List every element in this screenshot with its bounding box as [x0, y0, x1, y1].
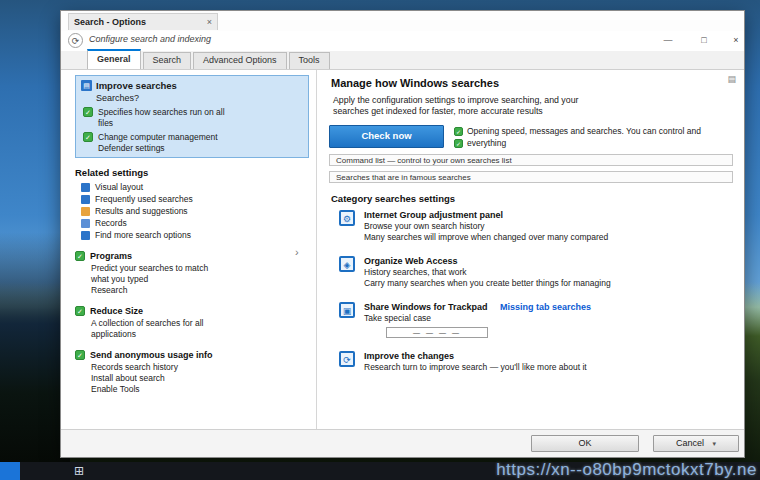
group-title: Reduce Size — [90, 306, 143, 316]
intro-line: searches get indexed for faster, more ac… — [333, 106, 736, 117]
option-line: Specifies how searches run on all — [98, 107, 225, 118]
window-tab[interactable]: Search - Options × — [68, 13, 218, 30]
group-line: Predict your searches to match — [91, 263, 310, 274]
group-line: applications — [91, 329, 310, 340]
cancel-button[interactable]: Cancel ▾ — [653, 435, 739, 452]
tab-bar: General Search Advanced Options Tools — [61, 51, 744, 70]
checkbox-icon[interactable]: ✓ — [83, 107, 93, 117]
cancel-label: Cancel — [676, 438, 704, 448]
tab-general[interactable]: General — [87, 49, 141, 69]
group-bar-famous-searches: Searches that are in famous searches — [329, 171, 733, 183]
history-icon — [81, 195, 90, 204]
group-title: Programs — [90, 251, 132, 261]
sidebar-item-label: Results and suggestions — [95, 206, 188, 216]
check-now-button[interactable]: Check now — [329, 125, 444, 148]
list-item-internet-group[interactable]: ⚙ Internet Group adjustment panel Browse… — [339, 210, 736, 243]
item-title: Internet Group adjustment panel — [364, 210, 608, 221]
item-line: Many searches will improve when changed … — [364, 232, 608, 243]
option-line: Change computer management — [98, 132, 218, 143]
option-line: Defender settings — [98, 143, 218, 154]
checkbox-icon[interactable]: ✓ — [75, 306, 85, 316]
window-tab-title: Search - Options — [74, 17, 203, 27]
sidebar-item-frequent-searches[interactable]: Frequently used searches — [81, 193, 310, 205]
group-line: Enable Tools — [91, 384, 310, 395]
section-heading: Category searches settings — [331, 193, 736, 204]
suggestions-icon — [81, 207, 90, 216]
check-icon: ✓ — [454, 127, 463, 136]
back-icon[interactable]: ⟳ — [68, 33, 83, 48]
tab-tools[interactable]: Tools — [289, 52, 330, 69]
maximize-button[interactable]: □ — [693, 33, 715, 48]
search-icon: ◈ — [339, 256, 355, 272]
group-bar-command-list: Command list — control to your own searc… — [329, 154, 733, 166]
panel-options-icon[interactable]: ▤ — [727, 74, 736, 84]
checkbox-icon[interactable]: ✓ — [75, 350, 85, 360]
list-item-trackpad[interactable]: ▣ Share Windows for Trackpad Missing tab… — [339, 302, 736, 338]
records-icon — [81, 219, 90, 228]
sidebar-item-label: Records — [95, 218, 127, 228]
item-line: Carry many searches when you create bett… — [364, 278, 611, 289]
related-settings-heading: Related settings — [75, 167, 310, 178]
content-panel: ▤ Manage how Windows searches Apply the … — [316, 70, 744, 430]
sidebar-item-more-options[interactable]: Find more search options — [81, 229, 310, 241]
group-title: Send anonymous usage info — [90, 350, 213, 360]
gear-icon: ⚙ — [339, 210, 355, 226]
item-line: History searches, that work — [364, 267, 611, 278]
address-text: Configure search and indexing — [89, 34, 211, 44]
layout-icon — [81, 183, 90, 192]
sidebar-item-label: Frequently used searches — [95, 194, 193, 204]
title-bar: Search - Options × — [61, 11, 744, 32]
group-usage-info: ✓ Send anonymous usage info Records sear… — [75, 350, 310, 395]
tab-search[interactable]: Search — [143, 52, 192, 69]
beside-line: everything — [467, 137, 506, 149]
group-line: A collection of searches for all — [91, 318, 310, 329]
sidebar-item-label: Visual layout — [95, 182, 143, 192]
group-line: Records search history — [91, 362, 310, 373]
dashes-dropdown[interactable]: — — — — — [386, 327, 488, 338]
selection-option-2[interactable]: ✓ Change computer management Defender se… — [83, 132, 303, 153]
minimize-button[interactable]: — — [657, 33, 679, 48]
start-button[interactable]: ⊞ — [74, 463, 84, 480]
item-line: Take special case — [364, 313, 591, 324]
item-title: Improve the changes — [364, 351, 587, 362]
sidebar-item-results-suggestions[interactable]: Results and suggestions — [81, 205, 310, 217]
selection-option-1[interactable]: ✓ Specifies how searches run on all file… — [83, 107, 303, 128]
item-line: Research turn to improve search — you'll… — [364, 362, 587, 373]
dialog-footer: OK Cancel ▾ — [61, 429, 744, 457]
tab-close-icon[interactable]: × — [207, 17, 212, 27]
more-options-icon — [81, 231, 90, 240]
group-line: Research — [91, 285, 310, 296]
ok-button[interactable]: OK — [531, 435, 639, 452]
window-content: ▤ Improve searches Searches? ✓ Specifies… — [61, 70, 744, 430]
list-item-improve-changes[interactable]: ⟳ Improve the changes Research turn to i… — [339, 351, 736, 373]
check-icon: ✓ — [454, 139, 463, 148]
item-title: Share Windows for Trackpad Missing tab s… — [364, 302, 591, 313]
checkbox-icon[interactable]: ✓ — [75, 251, 85, 261]
group-reduce-size: ✓ Reduce Size A collection of searches f… — [75, 306, 310, 340]
taskbar-app-tile[interactable] — [0, 462, 20, 480]
sidebar-item-visual-layout[interactable]: Visual layout — [81, 181, 310, 193]
chevron-right-icon[interactable]: › — [295, 246, 299, 258]
group-programs: ✓ Programs Predict your searches to matc… — [75, 251, 310, 296]
folder-icon: ▣ — [339, 302, 355, 318]
option-line: files — [98, 118, 225, 129]
missing-tab-link[interactable]: Missing tab searches — [500, 302, 591, 312]
address-toolbar: ⟳ Configure search and indexing — □ × — [61, 31, 744, 52]
intro-line: Apply the configuration settings to impr… — [333, 95, 736, 106]
checkbox-icon[interactable]: ✓ — [83, 132, 93, 142]
selection-subtitle: Searches? — [96, 93, 303, 103]
selection-title: Improve searches — [96, 80, 177, 91]
list-item-web-access[interactable]: ◈ Organize Web Access History searches, … — [339, 256, 736, 289]
group-line: what you typed — [91, 274, 310, 285]
tree-selection[interactable]: ▤ Improve searches Searches? ✓ Specifies… — [75, 75, 309, 158]
item-title: Organize Web Access — [364, 256, 611, 267]
sidebar-item-records[interactable]: Records — [81, 217, 310, 229]
tab-advanced-options[interactable]: Advanced Options — [193, 52, 287, 69]
search-options-window: Search - Options × ⟳ Configure search an… — [60, 10, 745, 458]
group-line: Install about search — [91, 373, 310, 384]
desktop: Search - Options × ⟳ Configure search an… — [0, 0, 760, 480]
watermark-text: https://xn--o80bp9mctokxt7by.ne — [496, 460, 757, 480]
beside-line: Opening speed, messages and searches. Yo… — [467, 125, 701, 137]
close-button[interactable]: × — [725, 33, 747, 48]
sidebar-item-label: Find more search options — [95, 230, 191, 240]
